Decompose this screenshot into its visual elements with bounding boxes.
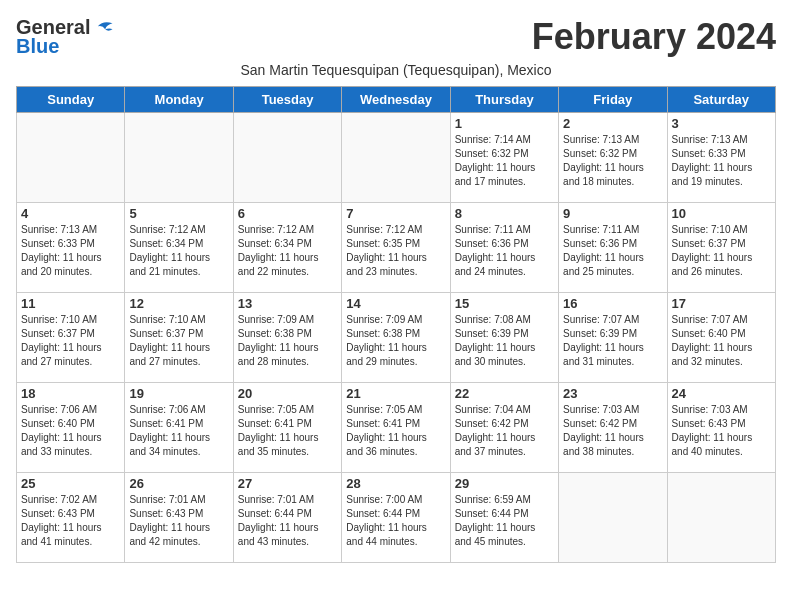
calendar-cell: 26Sunrise: 7:01 AMSunset: 6:43 PMDayligh… <box>125 473 233 563</box>
cell-daylight-info: Sunrise: 7:01 AMSunset: 6:43 PMDaylight:… <box>129 493 228 549</box>
calendar-cell: 10Sunrise: 7:10 AMSunset: 6:37 PMDayligh… <box>667 203 775 293</box>
cell-daylight-info: Sunrise: 7:10 AMSunset: 6:37 PMDaylight:… <box>129 313 228 369</box>
calendar-cell: 29Sunrise: 6:59 AMSunset: 6:44 PMDayligh… <box>450 473 558 563</box>
day-number: 25 <box>21 476 120 491</box>
calendar-cell: 22Sunrise: 7:04 AMSunset: 6:42 PMDayligh… <box>450 383 558 473</box>
day-number: 19 <box>129 386 228 401</box>
cell-daylight-info: Sunrise: 7:08 AMSunset: 6:39 PMDaylight:… <box>455 313 554 369</box>
cell-daylight-info: Sunrise: 7:11 AMSunset: 6:36 PMDaylight:… <box>455 223 554 279</box>
day-number: 28 <box>346 476 445 491</box>
calendar-cell: 19Sunrise: 7:06 AMSunset: 6:41 PMDayligh… <box>125 383 233 473</box>
cell-daylight-info: Sunrise: 7:03 AMSunset: 6:42 PMDaylight:… <box>563 403 662 459</box>
day-number: 17 <box>672 296 771 311</box>
calendar-cell <box>125 113 233 203</box>
day-number: 21 <box>346 386 445 401</box>
week-row-1: 1Sunrise: 7:14 AMSunset: 6:32 PMDaylight… <box>17 113 776 203</box>
cell-daylight-info: Sunrise: 7:11 AMSunset: 6:36 PMDaylight:… <box>563 223 662 279</box>
calendar-cell: 6Sunrise: 7:12 AMSunset: 6:34 PMDaylight… <box>233 203 341 293</box>
logo-blue: Blue <box>16 35 59 58</box>
cell-daylight-info: Sunrise: 7:03 AMSunset: 6:43 PMDaylight:… <box>672 403 771 459</box>
calendar-cell: 1Sunrise: 7:14 AMSunset: 6:32 PMDaylight… <box>450 113 558 203</box>
cell-daylight-info: Sunrise: 7:10 AMSunset: 6:37 PMDaylight:… <box>21 313 120 369</box>
calendar-cell: 27Sunrise: 7:01 AMSunset: 6:44 PMDayligh… <box>233 473 341 563</box>
day-number: 5 <box>129 206 228 221</box>
calendar-cell: 3Sunrise: 7:13 AMSunset: 6:33 PMDaylight… <box>667 113 775 203</box>
calendar-cell: 16Sunrise: 7:07 AMSunset: 6:39 PMDayligh… <box>559 293 667 383</box>
calendar-cell <box>667 473 775 563</box>
calendar-cell: 17Sunrise: 7:07 AMSunset: 6:40 PMDayligh… <box>667 293 775 383</box>
logo: General Blue <box>16 16 114 58</box>
cell-daylight-info: Sunrise: 7:06 AMSunset: 6:40 PMDaylight:… <box>21 403 120 459</box>
day-number: 8 <box>455 206 554 221</box>
calendar-cell <box>559 473 667 563</box>
day-number: 12 <box>129 296 228 311</box>
day-number: 2 <box>563 116 662 131</box>
calendar-cell: 9Sunrise: 7:11 AMSunset: 6:36 PMDaylight… <box>559 203 667 293</box>
month-title: February 2024 <box>532 16 776 58</box>
logo-bird-icon <box>92 18 114 36</box>
day-header-saturday: Saturday <box>667 87 775 113</box>
day-number: 15 <box>455 296 554 311</box>
day-header-tuesday: Tuesday <box>233 87 341 113</box>
calendar-cell: 8Sunrise: 7:11 AMSunset: 6:36 PMDaylight… <box>450 203 558 293</box>
cell-daylight-info: Sunrise: 7:06 AMSunset: 6:41 PMDaylight:… <box>129 403 228 459</box>
day-number: 29 <box>455 476 554 491</box>
calendar-cell: 7Sunrise: 7:12 AMSunset: 6:35 PMDaylight… <box>342 203 450 293</box>
day-number: 13 <box>238 296 337 311</box>
cell-daylight-info: Sunrise: 7:12 AMSunset: 6:35 PMDaylight:… <box>346 223 445 279</box>
cell-daylight-info: Sunrise: 7:09 AMSunset: 6:38 PMDaylight:… <box>238 313 337 369</box>
cell-daylight-info: Sunrise: 7:05 AMSunset: 6:41 PMDaylight:… <box>238 403 337 459</box>
day-number: 10 <box>672 206 771 221</box>
calendar-cell: 2Sunrise: 7:13 AMSunset: 6:32 PMDaylight… <box>559 113 667 203</box>
day-number: 26 <box>129 476 228 491</box>
calendar-cell: 4Sunrise: 7:13 AMSunset: 6:33 PMDaylight… <box>17 203 125 293</box>
day-number: 24 <box>672 386 771 401</box>
day-number: 6 <box>238 206 337 221</box>
cell-daylight-info: Sunrise: 7:13 AMSunset: 6:33 PMDaylight:… <box>672 133 771 189</box>
cell-daylight-info: Sunrise: 7:07 AMSunset: 6:39 PMDaylight:… <box>563 313 662 369</box>
calendar-cell: 5Sunrise: 7:12 AMSunset: 6:34 PMDaylight… <box>125 203 233 293</box>
day-number: 9 <box>563 206 662 221</box>
day-number: 1 <box>455 116 554 131</box>
cell-daylight-info: Sunrise: 7:13 AMSunset: 6:32 PMDaylight:… <box>563 133 662 189</box>
calendar-cell <box>17 113 125 203</box>
day-number: 4 <box>21 206 120 221</box>
calendar-cell: 28Sunrise: 7:00 AMSunset: 6:44 PMDayligh… <box>342 473 450 563</box>
cell-daylight-info: Sunrise: 7:05 AMSunset: 6:41 PMDaylight:… <box>346 403 445 459</box>
day-number: 18 <box>21 386 120 401</box>
calendar-cell: 20Sunrise: 7:05 AMSunset: 6:41 PMDayligh… <box>233 383 341 473</box>
cell-daylight-info: Sunrise: 7:14 AMSunset: 6:32 PMDaylight:… <box>455 133 554 189</box>
calendar-cell: 23Sunrise: 7:03 AMSunset: 6:42 PMDayligh… <box>559 383 667 473</box>
day-header-sunday: Sunday <box>17 87 125 113</box>
day-number: 27 <box>238 476 337 491</box>
cell-daylight-info: Sunrise: 7:02 AMSunset: 6:43 PMDaylight:… <box>21 493 120 549</box>
day-number: 20 <box>238 386 337 401</box>
cell-daylight-info: Sunrise: 7:13 AMSunset: 6:33 PMDaylight:… <box>21 223 120 279</box>
calendar-cell: 18Sunrise: 7:06 AMSunset: 6:40 PMDayligh… <box>17 383 125 473</box>
calendar-cell: 12Sunrise: 7:10 AMSunset: 6:37 PMDayligh… <box>125 293 233 383</box>
cell-daylight-info: Sunrise: 7:09 AMSunset: 6:38 PMDaylight:… <box>346 313 445 369</box>
calendar-cell: 15Sunrise: 7:08 AMSunset: 6:39 PMDayligh… <box>450 293 558 383</box>
calendar-cell <box>233 113 341 203</box>
calendar-subtitle: San Martin Tequesquipan (Tequesquipan), … <box>16 62 776 78</box>
cell-daylight-info: Sunrise: 7:12 AMSunset: 6:34 PMDaylight:… <box>129 223 228 279</box>
day-number: 7 <box>346 206 445 221</box>
calendar-cell: 13Sunrise: 7:09 AMSunset: 6:38 PMDayligh… <box>233 293 341 383</box>
day-header-thursday: Thursday <box>450 87 558 113</box>
day-header-wednesday: Wednesday <box>342 87 450 113</box>
day-number: 22 <box>455 386 554 401</box>
week-row-3: 11Sunrise: 7:10 AMSunset: 6:37 PMDayligh… <box>17 293 776 383</box>
day-number: 11 <box>21 296 120 311</box>
cell-daylight-info: Sunrise: 7:01 AMSunset: 6:44 PMDaylight:… <box>238 493 337 549</box>
calendar-cell: 24Sunrise: 7:03 AMSunset: 6:43 PMDayligh… <box>667 383 775 473</box>
day-number: 14 <box>346 296 445 311</box>
day-number: 16 <box>563 296 662 311</box>
cell-daylight-info: Sunrise: 7:07 AMSunset: 6:40 PMDaylight:… <box>672 313 771 369</box>
cell-daylight-info: Sunrise: 7:12 AMSunset: 6:34 PMDaylight:… <box>238 223 337 279</box>
calendar-cell: 25Sunrise: 7:02 AMSunset: 6:43 PMDayligh… <box>17 473 125 563</box>
calendar-cell: 21Sunrise: 7:05 AMSunset: 6:41 PMDayligh… <box>342 383 450 473</box>
calendar-cell: 14Sunrise: 7:09 AMSunset: 6:38 PMDayligh… <box>342 293 450 383</box>
calendar-cell <box>342 113 450 203</box>
day-number: 3 <box>672 116 771 131</box>
cell-daylight-info: Sunrise: 7:04 AMSunset: 6:42 PMDaylight:… <box>455 403 554 459</box>
